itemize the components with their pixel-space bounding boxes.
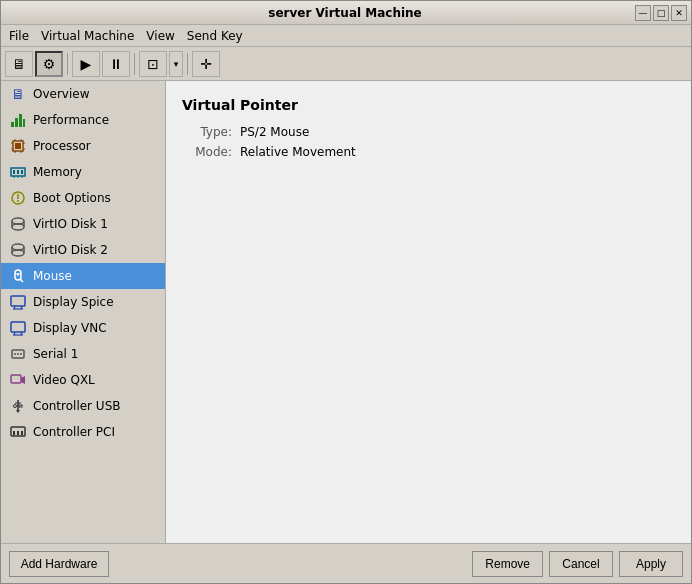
svg-rect-5	[15, 143, 21, 149]
virtio-disk-1-icon	[9, 215, 27, 233]
add-hardware-button[interactable]: Add Hardware	[9, 551, 109, 577]
sidebar-item-display-vnc[interactable]: Display VNC	[1, 315, 165, 341]
bottom-bar: Add Hardware Remove Cancel Apply	[1, 543, 691, 583]
menu-file[interactable]: File	[3, 27, 35, 45]
sidebar-item-controller-usb[interactable]: Controller USB	[1, 393, 165, 419]
settings-icon: ⚙	[43, 56, 56, 72]
sidebar-label-boot-options: Boot Options	[33, 191, 111, 205]
sidebar-label-display-vnc: Display VNC	[33, 321, 107, 335]
processor-icon	[9, 137, 27, 155]
sidebar-item-controller-pci[interactable]: Controller PCI	[1, 419, 165, 445]
display-spice-icon	[9, 293, 27, 311]
sidebar-item-display-spice[interactable]: Display Spice	[1, 289, 165, 315]
performance-icon	[9, 111, 27, 129]
svg-rect-36	[11, 296, 25, 306]
svg-point-23	[17, 200, 19, 202]
detail-title: Virtual Pointer	[182, 97, 675, 113]
overview-icon: 🖥	[9, 85, 27, 103]
svg-rect-40	[11, 322, 25, 332]
sidebar-item-performance[interactable]: Performance	[1, 107, 165, 133]
sidebar-label-display-spice: Display Spice	[33, 295, 114, 309]
svg-line-35	[20, 279, 23, 282]
main-content: 🖥 Overview Performance	[1, 81, 691, 543]
controller-pci-icon	[9, 423, 27, 441]
virtio-disk-2-icon	[9, 241, 27, 259]
sidebar-label-controller-pci: Controller PCI	[33, 425, 115, 439]
menu-view[interactable]: View	[140, 27, 180, 45]
svg-point-31	[12, 250, 24, 256]
svg-rect-2	[19, 114, 22, 127]
toolbar-sep-3	[187, 53, 188, 75]
svg-rect-0	[11, 122, 14, 127]
svg-rect-3	[23, 119, 25, 127]
detail-panel: Virtual Pointer Type: PS/2 Mouse Mode: R…	[166, 81, 691, 543]
sidebar-item-serial-1[interactable]: Serial 1	[1, 341, 165, 367]
svg-rect-48	[11, 375, 21, 383]
cancel-button[interactable]: Cancel	[549, 551, 613, 577]
play-icon: ▶	[81, 56, 92, 72]
sidebar-label-serial-1: Serial 1	[33, 347, 78, 361]
sidebar-label-virtio-disk-1: VirtIO Disk 1	[33, 217, 108, 231]
sidebar-label-processor: Processor	[33, 139, 91, 153]
boot-options-icon	[9, 189, 27, 207]
pause-toolbar-btn[interactable]: ⏸	[102, 51, 130, 77]
fullscreen-toolbar-btn[interactable]: ⊡	[139, 51, 167, 77]
sidebar-item-virtio-disk-1[interactable]: VirtIO Disk 1	[1, 211, 165, 237]
mouse-icon	[9, 267, 27, 285]
chevron-down-icon: ▾	[174, 59, 179, 69]
sidebar-item-memory[interactable]: Memory	[1, 159, 165, 185]
close-button[interactable]: ✕	[671, 5, 687, 21]
svg-point-28	[12, 244, 24, 250]
svg-rect-53	[19, 405, 22, 407]
detail-mode-label: Mode:	[182, 145, 232, 159]
controller-usb-icon	[9, 397, 27, 415]
svg-rect-56	[13, 431, 15, 435]
sidebar-label-mouse: Mouse	[33, 269, 72, 283]
bottom-right: Remove Cancel Apply	[472, 551, 683, 577]
play-toolbar-btn[interactable]: ▶	[72, 51, 100, 77]
menu-send-key[interactable]: Send Key	[181, 27, 249, 45]
sidebar-item-mouse[interactable]: Mouse	[1, 263, 165, 289]
main-window: server Virtual Machine — □ ✕ File Virtua…	[0, 0, 692, 584]
window-controls: — □ ✕	[635, 5, 687, 21]
sidebar-item-virtio-disk-2[interactable]: VirtIO Disk 2	[1, 237, 165, 263]
video-qxl-icon	[9, 371, 27, 389]
sidebar-label-controller-usb: Controller USB	[33, 399, 120, 413]
sidebar-item-boot-options[interactable]: Boot Options	[1, 185, 165, 211]
svg-rect-57	[17, 431, 19, 435]
svg-point-46	[17, 353, 19, 355]
screenshot-toolbar-btn[interactable]: ✛	[192, 51, 220, 77]
remove-button[interactable]: Remove	[472, 551, 543, 577]
fullscreen-dropdown-btn[interactable]: ▾	[169, 51, 183, 77]
toolbar: 🖥 ⚙ ▶ ⏸ ⊡ ▾ ✛	[1, 47, 691, 81]
display-vnc-icon	[9, 319, 27, 337]
svg-rect-1	[15, 118, 18, 127]
fullscreen-icon: ⊡	[147, 56, 159, 72]
settings-toolbar-btn[interactable]: ⚙	[35, 51, 63, 77]
svg-marker-54	[16, 410, 20, 413]
menu-virtual-machine[interactable]: Virtual Machine	[35, 27, 140, 45]
maximize-button[interactable]: □	[653, 5, 669, 21]
sidebar-item-video-qxl[interactable]: Video QXL	[1, 367, 165, 393]
detail-type-value: PS/2 Mouse	[240, 125, 309, 139]
minimize-button[interactable]: —	[635, 5, 651, 21]
detail-type-label: Type:	[182, 125, 232, 139]
svg-point-45	[14, 353, 16, 355]
sidebar-item-overview[interactable]: 🖥 Overview	[1, 81, 165, 107]
monitor-icon: 🖥	[12, 56, 26, 72]
memory-icon	[9, 163, 27, 181]
detail-row-type: Type: PS/2 Mouse	[182, 125, 675, 139]
sidebar-item-processor[interactable]: Processor	[1, 133, 165, 159]
sidebar: 🖥 Overview Performance	[1, 81, 166, 543]
screenshot-icon: ✛	[200, 56, 212, 72]
sidebar-label-performance: Performance	[33, 113, 109, 127]
bottom-left: Add Hardware	[9, 551, 109, 577]
detail-mode-value: Relative Movement	[240, 145, 356, 159]
svg-rect-17	[21, 170, 23, 174]
apply-button[interactable]: Apply	[619, 551, 683, 577]
monitor-toolbar-btn[interactable]: 🖥	[5, 51, 33, 77]
detail-row-mode: Mode: Relative Movement	[182, 145, 675, 159]
sidebar-label-overview: Overview	[33, 87, 90, 101]
svg-rect-58	[21, 431, 23, 435]
sidebar-label-video-qxl: Video QXL	[33, 373, 95, 387]
